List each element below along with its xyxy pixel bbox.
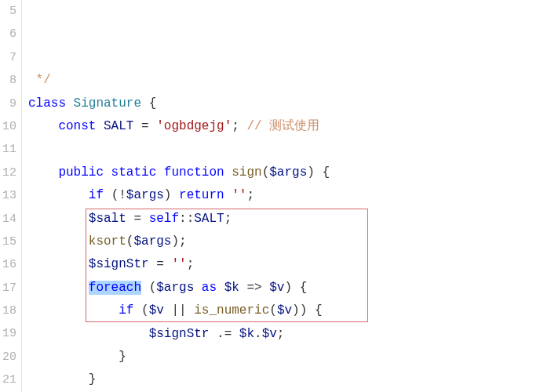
- code-token: if: [89, 188, 111, 202]
- code-token: =: [126, 212, 149, 226]
- code-token: ;: [232, 119, 246, 133]
- code-token: ) {: [307, 165, 330, 180]
- line-number: 11: [0, 138, 16, 161]
- line-number: 21: [0, 368, 16, 391]
- code-token: (: [269, 303, 277, 318]
- code-token: 'ogbdgejg': [156, 119, 232, 133]
- indent: [28, 165, 58, 180]
- code-line[interactable]: if ($v || is_numeric($v)) {: [28, 299, 540, 322]
- code-token: '': [232, 188, 246, 202]
- line-number-gutter: 56789101112131415161718192021: [0, 0, 22, 392]
- line-number: 16: [0, 253, 16, 276]
- code-token: Signature: [74, 96, 141, 111]
- line-number: 7: [0, 46, 16, 69]
- code-token: sign: [232, 165, 261, 180]
- indent: [28, 372, 89, 387]
- code-token: )) {: [292, 303, 322, 318]
- code-line[interactable]: [28, 138, 540, 161]
- line-number: 20: [0, 346, 16, 368]
- indent: [28, 303, 119, 318]
- code-token: self: [149, 212, 179, 226]
- code-token: if: [119, 303, 141, 318]
- code-token: =: [149, 257, 172, 271]
- indent: [28, 188, 89, 202]
- code-token: public static function: [58, 165, 232, 180]
- code-line[interactable]: if (!$args) return '';: [28, 184, 540, 207]
- code-token: $args: [269, 165, 307, 180]
- indent: [28, 212, 89, 226]
- code-token: (: [141, 281, 156, 295]
- code-line[interactable]: */: [28, 69, 540, 92]
- code-line[interactable]: public static function sign($args) {: [28, 162, 540, 184]
- code-token: is_numeric: [194, 303, 269, 318]
- code-token: $v: [262, 327, 277, 341]
- code-token: $args: [133, 234, 171, 249]
- code-line[interactable]: ksort($args);: [28, 230, 540, 253]
- code-token: '': [171, 257, 186, 271]
- code-token: return: [179, 188, 232, 202]
- code-token: // 测试使用: [246, 119, 319, 133]
- code-token: .=: [209, 327, 239, 341]
- indent: [28, 119, 58, 133]
- code-token: SALT: [194, 212, 224, 226]
- code-line[interactable]: $salt = self::SALT;: [28, 208, 540, 230]
- code-token: ::: [179, 212, 194, 226]
- indent: [28, 327, 149, 341]
- code-token: ||: [164, 303, 194, 318]
- code-token: as: [194, 281, 224, 295]
- code-line[interactable]: const SALT = 'ogbdgejg'; // 测试使用: [28, 115, 540, 138]
- line-number: 19: [0, 322, 16, 345]
- code-token: (: [126, 234, 134, 249]
- line-number: 10: [0, 115, 16, 138]
- code-token: .: [254, 327, 262, 341]
- code-token: $v: [277, 303, 292, 318]
- code-token: $v: [149, 303, 164, 318]
- code-token: class: [28, 96, 74, 111]
- code-token: $salt: [89, 212, 126, 226]
- code-line[interactable]: foreach ($args as $k => $v) {: [28, 277, 540, 299]
- line-number: 15: [0, 230, 16, 253]
- code-token: $args: [156, 281, 194, 295]
- line-number: 17: [0, 277, 16, 299]
- line-number: 18: [0, 299, 16, 322]
- line-number: 12: [0, 162, 16, 184]
- code-token: const: [58, 119, 104, 133]
- indent: [28, 257, 89, 271]
- code-token: ksort: [89, 234, 126, 249]
- code-token: ;: [224, 212, 232, 226]
- code-token: (: [141, 303, 149, 318]
- line-number: 6: [0, 23, 16, 45]
- code-line[interactable]: }: [28, 368, 540, 391]
- code-line[interactable]: }: [28, 346, 540, 368]
- code-token: (!: [111, 188, 126, 202]
- code-line[interactable]: $signStr .= $k.$v;: [28, 323, 540, 346]
- line-number: 5: [0, 0, 16, 23]
- code-token: foreach: [89, 281, 141, 295]
- code-token: ;: [246, 188, 254, 202]
- code-token: }: [89, 372, 97, 387]
- code-token: (: [262, 165, 270, 180]
- indent: [28, 350, 119, 364]
- code-token: $k: [224, 281, 239, 295]
- code-line[interactable]: $signStr = '';: [28, 253, 540, 276]
- code-line[interactable]: class Signature {: [28, 93, 540, 115]
- code-editor[interactable]: 56789101112131415161718192021 */class Si…: [0, 0, 540, 392]
- code-token: SALT: [104, 119, 133, 133]
- code-token: );: [171, 234, 186, 249]
- code-token: ): [164, 188, 179, 202]
- line-number: 9: [0, 93, 16, 115]
- code-token: $v: [269, 281, 284, 295]
- code-token: ;: [187, 257, 195, 271]
- indent: [28, 234, 89, 249]
- indent: [28, 73, 36, 87]
- code-token: $signStr: [89, 257, 149, 271]
- code-token: {: [141, 96, 156, 111]
- code-token: ) {: [284, 281, 307, 295]
- code-token: $args: [126, 188, 164, 202]
- code-token: $signStr: [149, 327, 210, 341]
- code-token: */: [36, 73, 51, 87]
- code-area[interactable]: */class Signature { const SALT = 'ogbdge…: [22, 0, 540, 392]
- code-token: $k: [239, 327, 254, 341]
- code-token: }: [119, 350, 126, 364]
- line-number: 14: [0, 208, 16, 230]
